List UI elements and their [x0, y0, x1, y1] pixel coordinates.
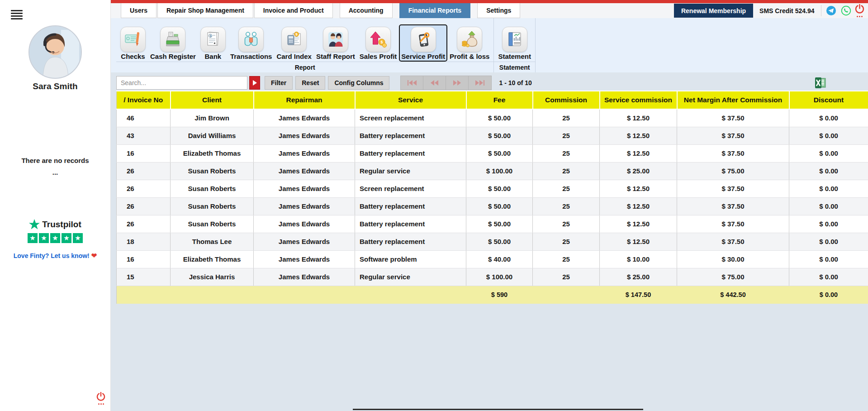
- trustpilot-wordmark: Trustpilot: [42, 220, 81, 229]
- cell: Thomas Lee: [171, 233, 254, 250]
- table-row[interactable]: 46Jim BrownJames EdwardsScreen replaceme…: [117, 109, 868, 127]
- header-commission[interactable]: Commission: [533, 91, 600, 109]
- svg-text:$: $: [381, 40, 383, 44]
- telegram-button[interactable]: [826, 3, 836, 18]
- cell: 16: [117, 144, 171, 162]
- renewal-membership-button[interactable]: Renewal Membership: [674, 4, 753, 18]
- cell: 26: [117, 180, 171, 197]
- feedback-link[interactable]: Love Finty? Let us know! ❤: [0, 252, 110, 260]
- header-net-margin[interactable]: Net Margin After Commission: [677, 91, 789, 109]
- header-service[interactable]: Service: [355, 91, 466, 109]
- table-row[interactable]: 26Susan RobertsJames EdwardsRegular serv…: [117, 162, 868, 180]
- cell: David Williams: [171, 127, 254, 144]
- cell: $ 0.00: [789, 197, 868, 215]
- table-row[interactable]: 26Susan RobertsJames EdwardsBattery repl…: [117, 197, 868, 215]
- whatsapp-button[interactable]: [841, 3, 851, 18]
- ribbon-item-profit-and-loss[interactable]: Profit & loss: [447, 24, 492, 62]
- export-excel-button[interactable]: [815, 77, 826, 91]
- cell: 25: [533, 127, 600, 144]
- cell: 25: [533, 180, 600, 197]
- tab-invoice-and-product[interactable]: Invoice and Product: [254, 3, 333, 18]
- run-search-button[interactable]: [249, 76, 260, 90]
- next-page-button[interactable]: [446, 76, 469, 90]
- service-profit-icon: [414, 30, 432, 48]
- table-row[interactable]: 26Susan RobertsJames EdwardsScreen repla…: [117, 180, 868, 197]
- top-accent-bar: [111, 0, 868, 3]
- header-invoice-no[interactable]: / Invoice No: [117, 91, 171, 109]
- topbar-divider: [821, 5, 821, 16]
- cell: $ 50.00: [466, 180, 533, 197]
- header-client[interactable]: Client: [171, 91, 254, 109]
- previous-page-button[interactable]: [423, 76, 446, 90]
- power-dots: [855, 16, 864, 17]
- cell: $ 50.00: [466, 233, 533, 250]
- cell: $ 0.00: [789, 109, 868, 127]
- ribbon-item-cash-register[interactable]: Cash Register: [148, 24, 198, 62]
- table-row[interactable]: 16Elizabeth ThomasJames EdwardsBattery r…: [117, 144, 868, 162]
- cell: Jim Brown: [171, 109, 254, 127]
- cell: $ 37.50: [677, 233, 789, 250]
- tab-accounting[interactable]: Accounting: [340, 3, 393, 18]
- cell: Elizabeth Thomas: [171, 144, 254, 162]
- table-row[interactable]: 16Elizabeth ThomasJames EdwardsSoftware …: [117, 250, 868, 268]
- logout-power-button-top[interactable]: [855, 3, 864, 18]
- table-row[interactable]: 26Susan RobertsJames EdwardsBattery repl…: [117, 215, 868, 233]
- cell: $ 30.00: [677, 250, 789, 268]
- bank-icon: $: [204, 30, 222, 48]
- config-columns-button[interactable]: Config Columns: [328, 76, 389, 90]
- ribbon-item-card-index[interactable]: $ Card Index: [274, 24, 314, 62]
- last-page-button[interactable]: [469, 76, 491, 90]
- cell: 26: [117, 162, 171, 180]
- ribbon-item-staff-report[interactable]: Staff Report: [314, 24, 357, 62]
- ribbon-item-checks[interactable]: Checks: [118, 24, 148, 62]
- cell: 25: [533, 233, 600, 250]
- hamburger-menu-icon[interactable]: [11, 10, 23, 21]
- cell: 26: [117, 215, 171, 233]
- tab-settings[interactable]: Settings: [477, 3, 520, 18]
- table-row[interactable]: 18Thomas LeeJames EdwardsBattery replace…: [117, 233, 868, 250]
- tab-users[interactable]: Users: [121, 3, 157, 18]
- header-service-commission[interactable]: Service commission: [600, 91, 677, 109]
- trustpilot-rating-stars: ★★★★★: [0, 233, 110, 243]
- trustpilot-widget[interactable]: Trustpilot ★★★★★: [0, 219, 110, 243]
- ribbon-item-statement[interactable]: Statement: [496, 24, 533, 62]
- sidebar: Sara Smith There are no records ... Trus…: [0, 0, 111, 411]
- cell: Battery replacement: [355, 127, 466, 144]
- reset-button[interactable]: Reset: [295, 76, 325, 90]
- header-repairman[interactable]: Repairman: [254, 91, 355, 109]
- ribbon-item-service-profit[interactable]: Service Profit: [399, 24, 447, 62]
- header-discount[interactable]: Discount: [789, 91, 868, 109]
- ribbon-group-report: Checks Cash Register: [116, 18, 494, 72]
- cell: $ 25.00: [600, 162, 677, 180]
- avatar-image: [29, 26, 81, 78]
- filter-button[interactable]: Filter: [265, 76, 293, 90]
- header-fee[interactable]: Fee: [466, 91, 533, 109]
- logout-power-button[interactable]: [96, 392, 106, 405]
- table-row[interactable]: 43David WilliamsJames EdwardsBattery rep…: [117, 127, 868, 144]
- app-window: Sara Smith There are no records ... Trus…: [0, 0, 868, 411]
- cell: $ 0.00: [789, 144, 868, 162]
- report-table-wrap: / Invoice No Client Repairman Service Fe…: [116, 91, 868, 304]
- horizontal-scrollbar[interactable]: [353, 409, 643, 410]
- cell: Software problem: [355, 250, 466, 268]
- ribbon-item-sales-profit[interactable]: $ Sales Profit: [357, 24, 399, 62]
- table-row[interactable]: 15Jessica HarrisJames EdwardsRegular ser…: [117, 268, 868, 286]
- cell: $ 0.00: [789, 250, 868, 268]
- footer-cell: $ 147.50: [600, 286, 677, 304]
- svg-text:$: $: [295, 32, 298, 36]
- ribbon-item-bank[interactable]: $ Bank: [198, 24, 228, 62]
- ribbon-item-transactions[interactable]: Transactions: [228, 24, 275, 62]
- content-filler: [111, 304, 868, 411]
- cell: $ 0.00: [789, 268, 868, 286]
- search-input[interactable]: [116, 76, 247, 90]
- cell: 16: [117, 250, 171, 268]
- cell: $ 12.50: [600, 197, 677, 215]
- play-icon: [253, 80, 257, 86]
- telegram-icon: [826, 5, 836, 16]
- cell: $ 12.50: [600, 109, 677, 127]
- table-header-row: / Invoice No Client Repairman Service Fe…: [117, 91, 868, 109]
- tab-repair-shop-management[interactable]: Repair Shop Management: [157, 3, 253, 18]
- first-page-button[interactable]: [401, 76, 423, 90]
- cell: James Edwards: [254, 144, 355, 162]
- tab-financial-reports[interactable]: Financial Reports: [399, 3, 470, 18]
